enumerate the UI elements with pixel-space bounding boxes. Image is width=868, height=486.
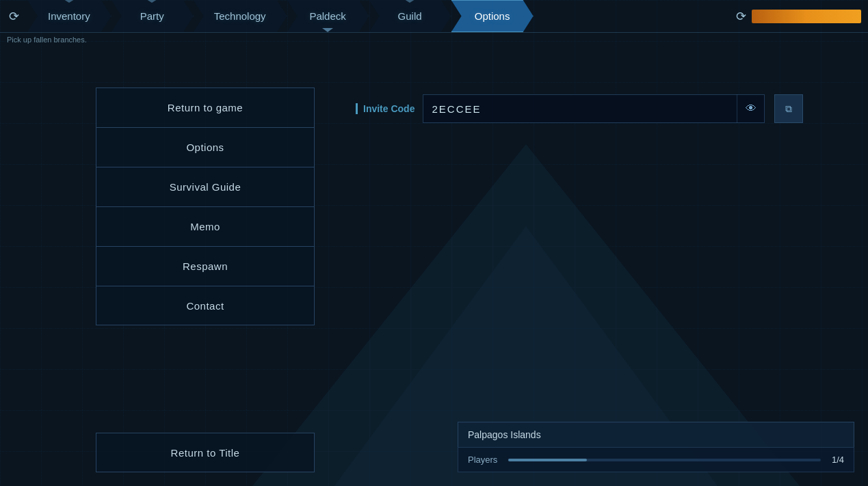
options-label: Options xyxy=(186,141,224,153)
tab-options[interactable]: Options xyxy=(451,0,534,32)
nav-orange-bar xyxy=(752,10,861,23)
menu-buttons-group: Return to game Options Survival Guide Me… xyxy=(0,46,342,325)
invite-code-value: 2ECCEE xyxy=(423,103,737,115)
return-to-game-label: Return to game xyxy=(168,102,243,113)
return-to-title-button[interactable]: Return to Title xyxy=(96,433,315,472)
copy-icon[interactable]: ⧉ xyxy=(774,94,803,123)
tab-party-label: Party xyxy=(140,10,164,22)
left-panel-footer: Return to Title xyxy=(0,419,342,486)
tab-paldeck[interactable]: Paldeck xyxy=(287,0,369,32)
refresh-left-icon[interactable]: ⟳ xyxy=(0,0,27,32)
return-to-game-button[interactable]: Return to game xyxy=(96,87,315,127)
main-content: Return to game Options Survival Guide Me… xyxy=(0,46,868,486)
right-panel: Invite Code 2ECCEE 👁 ⧉ xyxy=(342,46,868,486)
nav-right-area: ⟳ xyxy=(736,0,868,32)
respawn-label: Respawn xyxy=(183,260,228,272)
tab-guild[interactable]: Guild xyxy=(369,0,451,32)
respawn-button[interactable]: Respawn xyxy=(96,246,315,286)
memo-label: Memo xyxy=(190,221,220,232)
tab-inventory-label: Inventory xyxy=(48,10,90,22)
tab-inventory[interactable]: Inventory xyxy=(27,0,111,32)
navigation-bar: ⟳ Inventory Party Technology Paldeck Gui… xyxy=(0,0,868,33)
tab-inventory-decor xyxy=(64,0,75,3)
tab-technology-label: Technology xyxy=(214,10,266,22)
invite-code-section: Invite Code 2ECCEE 👁 ⧉ xyxy=(356,94,854,123)
nav-spacer xyxy=(534,0,736,32)
tab-technology[interactable]: Technology xyxy=(194,0,287,32)
tab-guild-label: Guild xyxy=(398,10,422,22)
contact-button[interactable]: Contact xyxy=(96,286,315,325)
options-button[interactable]: Options xyxy=(96,127,315,167)
hint-text: Pick up fallen branches. xyxy=(7,36,87,44)
survival-guide-button[interactable]: Survival Guide xyxy=(96,167,315,206)
tab-party-decor xyxy=(146,0,157,3)
eye-icon[interactable]: 👁 xyxy=(737,94,764,123)
hint-bar: Pick up fallen branches. xyxy=(0,33,868,46)
tab-guild-decor xyxy=(404,0,415,3)
tab-party[interactable]: Party xyxy=(111,0,194,32)
invite-code-label: Invite Code xyxy=(356,103,415,114)
survival-guide-label: Survival Guide xyxy=(170,181,241,193)
contact-label: Contact xyxy=(186,300,224,312)
refresh-right-icon[interactable]: ⟳ xyxy=(736,9,746,24)
tab-options-label: Options xyxy=(475,10,510,22)
tab-paldeck-label: Paldeck xyxy=(309,10,345,22)
invite-code-input-wrap: 2ECCEE 👁 xyxy=(423,94,765,123)
left-panel: Return to game Options Survival Guide Me… xyxy=(0,46,342,486)
memo-button[interactable]: Memo xyxy=(96,206,315,246)
paldeck-arrow-decor xyxy=(322,28,333,32)
return-to-title-label: Return to Title xyxy=(171,447,240,459)
